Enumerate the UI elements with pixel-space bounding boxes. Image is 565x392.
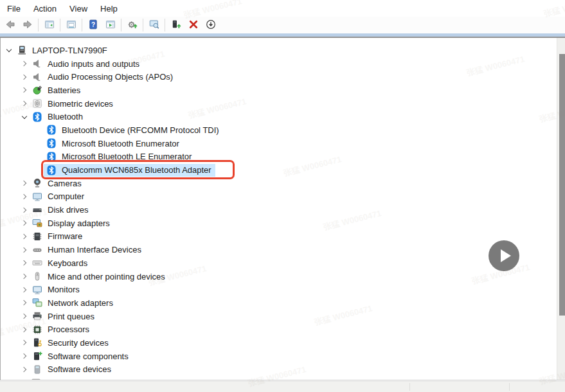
chevron-right-icon[interactable]	[19, 192, 30, 202]
tree-item-label: Batteries	[48, 85, 80, 95]
show-action-pane-button[interactable]	[102, 18, 118, 33]
tree-item-audio-processing-objects-apos[interactable]: Audio Processing Objects (APOs)	[1, 70, 557, 84]
forward-button[interactable]	[19, 18, 35, 33]
chevron-right-icon[interactable]	[19, 258, 30, 268]
play-button-overlay[interactable]	[489, 240, 519, 271]
tree-item-print-queues[interactable]: Print queues	[1, 310, 557, 323]
chevron-right-icon[interactable]	[19, 178, 30, 188]
tree-item-software-components[interactable]: Software components	[1, 350, 557, 363]
chevron-down-icon[interactable]	[19, 112, 30, 122]
chevron-right-icon[interactable]	[19, 271, 30, 281]
tree-item-bluetooth-device-rfcomm-protocol-tdi[interactable]: Bluetooth Device (RFCOMM Protocol TDI)	[1, 123, 557, 137]
tree-item-bluetooth[interactable]: Bluetooth	[1, 110, 557, 123]
tree-item-mice-and-other-pointing-devices[interactable]: Mice and other pointing devices	[1, 270, 557, 283]
tree-item-biometric-devices[interactable]: Biometric devices	[1, 97, 557, 111]
chevron-right-icon[interactable]	[19, 298, 30, 308]
tree-item-content: Network adapters	[30, 296, 117, 309]
chevron-right-icon[interactable]	[19, 364, 30, 375]
menu-file[interactable]: File	[1, 1, 27, 16]
menu-help[interactable]: Help	[94, 1, 124, 16]
tree-item-label: Computer	[48, 192, 84, 201]
properties-button[interactable]	[63, 18, 79, 33]
tree-item-label: Bluetooth Device (RFCOMM Protocol TDI)	[62, 125, 219, 135]
tree-item-label: Bluetooth	[48, 112, 83, 121]
chevron-right-icon[interactable]	[19, 98, 30, 109]
firmware-icon	[32, 231, 42, 242]
tree-item-content: Security devices	[30, 336, 112, 349]
bluetooth-icon	[32, 112, 42, 122]
chevron-right-icon[interactable]	[19, 325, 30, 335]
disable-device-button[interactable]	[202, 18, 219, 33]
tree-item-label: Network adapters	[48, 298, 113, 308]
tree-item-human-interface-devices[interactable]: Human Interface Devices	[1, 243, 557, 256]
tree-item-network-adapters[interactable]: Network adapters	[1, 296, 557, 310]
back-button[interactable]	[2, 18, 18, 33]
network-adapter-icon	[32, 298, 42, 308]
arrow-right-icon	[22, 19, 33, 31]
tree-item-content: Mice and other pointing devices	[30, 270, 169, 283]
chevron-right-icon[interactable]	[19, 85, 30, 95]
no-chevron	[33, 165, 44, 175]
add-drivers-button[interactable]	[168, 18, 184, 33]
chevron-down-icon[interactable]	[4, 45, 14, 55]
tree-item-content: LAPTOP-TLN7990F	[14, 44, 111, 57]
tree-item-content: Processors	[30, 323, 93, 336]
show-console-tree-button[interactable]	[41, 18, 57, 33]
tree-item-partial[interactable]	[1, 376, 557, 380]
chevron-right-icon[interactable]	[19, 351, 30, 361]
toolbar-separator	[143, 19, 143, 31]
chevron-right-icon[interactable]	[19, 205, 30, 215]
toolbar-separator	[60, 19, 60, 31]
tree-item-label: Mice and other pointing devices	[48, 272, 165, 281]
tree-item-firmware[interactable]: Firmware	[1, 230, 557, 244]
tree-item-content: Monitors	[30, 283, 84, 296]
tree-item-display-adapters[interactable]: Display adapters	[1, 217, 557, 230]
scan-hardware-changes-button[interactable]	[146, 18, 162, 33]
monitor-icon	[32, 285, 42, 295]
tree-item-content: Software components	[30, 350, 132, 362]
update-driver-button[interactable]	[124, 18, 140, 33]
menu-view[interactable]: View	[63, 1, 94, 16]
tree-item-content: Computer	[30, 190, 88, 203]
tree-item-laptop-tln7990f[interactable]: LAPTOP-TLN7990F	[1, 44, 557, 57]
chevron-right-icon[interactable]	[19, 58, 30, 69]
processor-icon	[32, 325, 42, 335]
tree-item-computer[interactable]: Computer	[1, 190, 557, 204]
tree-item-label: Microsoft Bluetooth Enumerator	[62, 139, 179, 148]
device-update-icon	[171, 19, 181, 31]
chevron-right-icon[interactable]	[19, 337, 30, 348]
uninstall-device-button[interactable]	[185, 18, 201, 33]
tree-item-audio-inputs-and-outputs[interactable]: Audio inputs and outputs	[1, 57, 557, 71]
chevron-right-icon[interactable]	[19, 245, 30, 255]
tree-item-monitors[interactable]: Monitors	[1, 283, 557, 296]
red-x-icon	[188, 19, 199, 31]
bluetooth-icon	[46, 138, 57, 148]
chevron-right-icon[interactable]	[19, 311, 30, 321]
chevron-right-icon[interactable]	[19, 72, 30, 82]
tree-item-batteries[interactable]: Batteries	[1, 84, 557, 97]
computer-icon	[32, 192, 42, 202]
tree-item-security-devices[interactable]: Security devices	[1, 336, 557, 350]
security-device-icon	[32, 337, 42, 348]
tree-item-content: Microsoft Bluetooth Enumerator	[44, 137, 183, 150]
tree-item-processors[interactable]: Processors	[1, 323, 557, 336]
chevron-right-icon[interactable]	[19, 285, 30, 295]
help-button[interactable]: ?	[85, 18, 101, 33]
tree-item-keyboards[interactable]: Keyboards	[1, 256, 557, 270]
tree-item-microsoft-bluetooth-le-enumerator[interactable]: Microsoft Bluetooth LE Enumerator	[1, 150, 557, 164]
chevron-right-icon[interactable]	[19, 231, 30, 242]
scrollbar-thumb[interactable]	[559, 54, 565, 316]
chevron-right-icon[interactable]	[19, 218, 30, 228]
statusbar-divider	[409, 383, 410, 391]
tree-item-cameras[interactable]: Cameras	[1, 177, 557, 190]
device-manager-window: File Action View Help ? LAPTOP-TLN7990FA…	[0, 0, 565, 38]
console-tree-icon	[44, 19, 55, 31]
tree-item-qualcomm-wcn685x-bluetooth-adapter[interactable]: Qualcomm WCN685x Bluetooth Adapter	[1, 163, 557, 177]
tree-item-label: Cameras	[48, 179, 82, 188]
tree-item-content: Bluetooth	[30, 111, 87, 123]
tree-item-software-devices[interactable]: Software devices	[1, 363, 557, 377]
tree-item-microsoft-bluetooth-enumerator[interactable]: Microsoft Bluetooth Enumerator	[1, 137, 557, 150]
vertical-scrollbar[interactable]	[557, 38, 565, 380]
menu-action[interactable]: Action	[27, 1, 63, 16]
tree-item-disk-drives[interactable]: Disk drives	[1, 203, 557, 217]
